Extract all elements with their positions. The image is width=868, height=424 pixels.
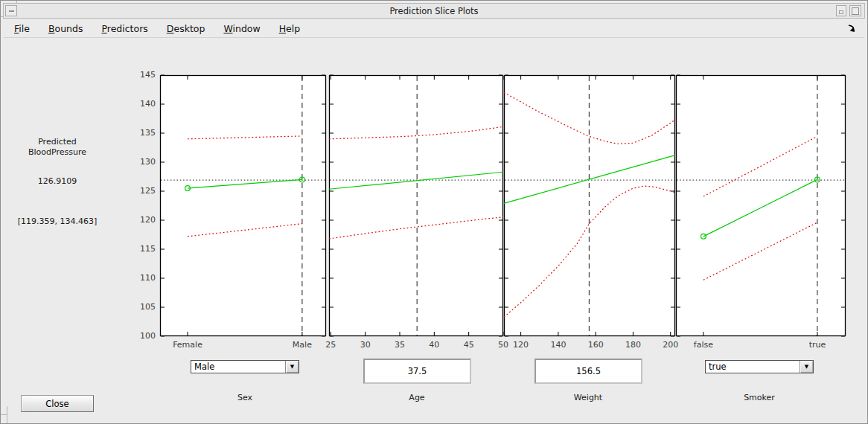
svg-text:140: 140 xyxy=(550,340,566,350)
slice-panel-age[interactable]: 253035404550 xyxy=(329,75,503,354)
smoker-label: Smoker xyxy=(715,393,804,402)
ytick-label: 135 xyxy=(112,128,156,138)
weight-input[interactable] xyxy=(534,359,642,384)
svg-text:Female: Female xyxy=(173,340,202,350)
frame-notch xyxy=(7,406,7,424)
svg-text:false: false xyxy=(694,340,713,350)
ytick-label: 100 xyxy=(112,331,156,341)
ytick-label: 125 xyxy=(112,186,156,196)
svg-text:45: 45 xyxy=(464,340,474,350)
svg-text:25: 25 xyxy=(325,340,336,350)
slice-panel-sex[interactable]: FemaleMale xyxy=(160,75,326,354)
svg-text:180: 180 xyxy=(625,340,641,350)
ytick-label: 110 xyxy=(112,273,156,283)
svg-text:35: 35 xyxy=(395,340,405,350)
svg-text:Male: Male xyxy=(293,340,312,350)
ytick-label: 115 xyxy=(112,244,156,254)
frame-notch xyxy=(16,1,17,4)
frame-notch xyxy=(1,16,4,17)
svg-text:40: 40 xyxy=(429,340,439,350)
weight-label: Weight xyxy=(543,393,633,402)
smoker-dropdown[interactable]: true ▼ xyxy=(705,360,814,373)
age-label: Age xyxy=(372,393,462,402)
chevron-down-icon[interactable]: ▼ xyxy=(800,361,813,373)
ytick-label: 120 xyxy=(112,215,156,225)
ytick-label: 145 xyxy=(112,70,156,80)
age-input[interactable] xyxy=(363,359,471,384)
prediction-slice-plots-window: Prediction Slice Plots File Bounds Predi… xyxy=(0,0,868,424)
slice-panel-smoker[interactable]: falsetrue xyxy=(676,75,846,354)
sex-label: Sex xyxy=(200,393,290,402)
svg-text:30: 30 xyxy=(360,340,371,350)
ytick-label: 105 xyxy=(112,302,156,312)
frame-notch xyxy=(1,414,7,415)
close-button[interactable]: Close xyxy=(21,395,94,412)
chevron-down-icon[interactable]: ▼ xyxy=(285,361,299,373)
sex-dropdown[interactable]: Male ▼ xyxy=(191,360,299,373)
slice-panel-weight[interactable]: 120140160180200 xyxy=(504,75,675,354)
svg-text:160: 160 xyxy=(588,340,604,350)
smoker-dropdown-value: true xyxy=(706,361,800,373)
svg-text:true: true xyxy=(809,340,826,350)
ytick-label: 140 xyxy=(112,99,156,109)
ytick-label: 130 xyxy=(112,157,156,167)
svg-text:120: 120 xyxy=(513,340,529,350)
sex-dropdown-value: Male xyxy=(191,361,285,373)
